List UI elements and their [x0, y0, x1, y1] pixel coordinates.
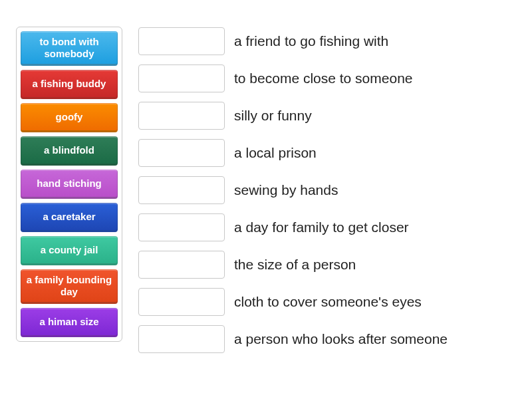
definition-text: a friend to go fishing with — [234, 33, 388, 49]
term-tile[interactable]: to bond with somebody — [21, 31, 118, 66]
drop-slot[interactable] — [138, 139, 225, 167]
term-tile[interactable]: a caretaker — [21, 203, 118, 232]
definition-text: the size of a person — [234, 257, 356, 273]
definition-row: to become close to someone — [138, 64, 516, 93]
term-tile[interactable]: a blindfold — [21, 136, 118, 166]
term-tile[interactable]: a family bounding day — [21, 269, 118, 304]
definition-text: a day for family to get closer — [234, 219, 409, 235]
definition-row: a person who looks after someone — [138, 325, 516, 354]
term-tile[interactable]: goofy — [21, 103, 118, 132]
drop-slot[interactable] — [138, 27, 225, 55]
drop-slot[interactable] — [138, 288, 225, 316]
matching-exercise: to bond with somebody a fishing buddy go… — [0, 0, 532, 380]
drop-slot[interactable] — [138, 325, 225, 353]
drop-slot[interactable] — [138, 176, 225, 204]
definition-text: sewing by hands — [234, 182, 338, 198]
definition-row: cloth to cover someone's eyes — [138, 287, 516, 317]
terms-panel: to bond with somebody a fishing buddy go… — [16, 27, 122, 342]
term-tile[interactable]: hand stiching — [21, 170, 118, 199]
drop-slot[interactable] — [138, 251, 225, 279]
drop-slot[interactable] — [138, 102, 225, 130]
definition-text: a person who looks after someone — [234, 331, 448, 347]
definition-row: a friend to go fishing with — [138, 27, 516, 56]
definition-row: sewing by hands — [138, 176, 516, 205]
drop-slot[interactable] — [138, 65, 225, 92]
term-tile[interactable]: a himan size — [21, 308, 118, 337]
definition-row: a local prison — [138, 138, 516, 168]
definitions-panel: a friend to go fishing with to become cl… — [138, 27, 516, 354]
definition-row: a day for family to get closer — [138, 213, 516, 242]
term-tile[interactable]: a fishing buddy — [21, 70, 118, 99]
definition-text: silly or funny — [234, 108, 312, 124]
term-tile[interactable]: a county jail — [21, 236, 118, 265]
definition-text: cloth to cover someone's eyes — [234, 294, 422, 310]
definition-row: the size of a person — [138, 250, 516, 279]
definition-text: a local prison — [234, 145, 317, 161]
drop-slot[interactable] — [138, 213, 225, 241]
definition-text: to become close to someone — [234, 70, 413, 86]
definition-row: silly or funny — [138, 101, 516, 130]
